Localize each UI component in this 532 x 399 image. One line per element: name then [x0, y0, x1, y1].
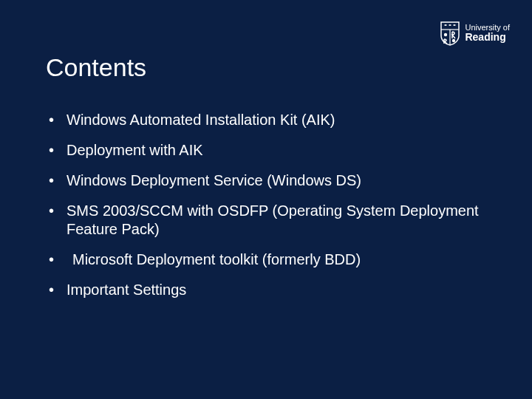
bullet-list: Windows Automated Installation Kit (AIK)… [46, 111, 488, 299]
slide: University of Reading Contents Windows A… [0, 0, 532, 399]
shield-icon [440, 21, 460, 46]
page-title: Contents [46, 53, 146, 82]
list-item: Windows Automated Installation Kit (AIK) [46, 111, 488, 129]
list-item: Deployment with AIK [46, 141, 488, 160]
list-item-text: Windows Automated Installation Kit (AIK) [66, 112, 335, 128]
logo-text: University of Reading [465, 23, 510, 43]
list-item-text: Deployment with AIK [66, 142, 203, 158]
list-item: Windows Deployment Service (Windows DS) [46, 171, 488, 190]
list-item: Important Settings [46, 281, 488, 299]
university-logo: University of Reading [440, 21, 510, 46]
list-item-text: Windows Deployment Service (Windows DS) [66, 172, 361, 188]
list-item-text: Important Settings [66, 282, 186, 298]
list-item-text: Microsoft Deployment toolkit (formerly B… [66, 250, 361, 269]
svg-point-2 [444, 33, 447, 36]
svg-point-3 [452, 39, 455, 42]
list-item: Microsoft Deployment toolkit (formerly B… [46, 250, 488, 269]
list-item: SMS 2003/SCCM with OSDFP (Operating Syst… [46, 202, 488, 239]
content-area: Windows Automated Installation Kit (AIK)… [46, 111, 488, 311]
list-item-text: SMS 2003/SCCM with OSDFP (Operating Syst… [66, 202, 479, 237]
logo-line2: Reading [465, 32, 510, 43]
